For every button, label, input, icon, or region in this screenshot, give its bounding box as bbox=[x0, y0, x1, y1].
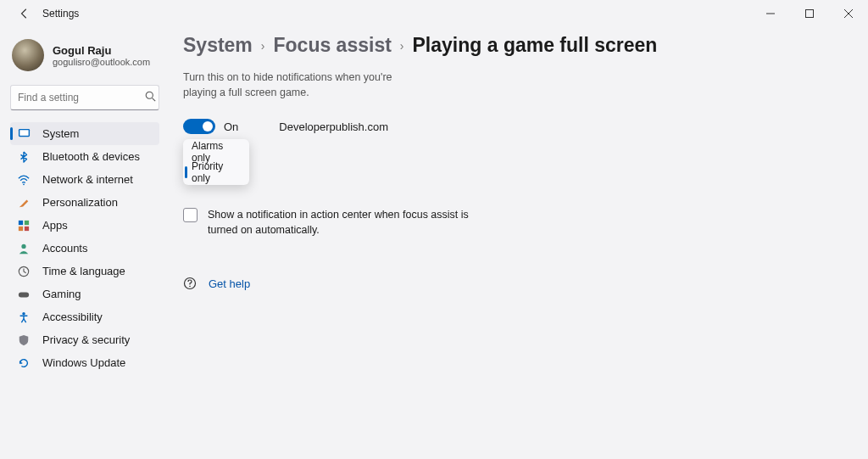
profile-block[interactable]: Gogul Raju gogulisro@outlook.com bbox=[0, 31, 170, 85]
minimize-button[interactable] bbox=[751, 0, 790, 27]
gaming-icon bbox=[17, 288, 31, 301]
toggle-state-label: On bbox=[224, 120, 238, 133]
search-box[interactable] bbox=[10, 85, 159, 110]
search-icon bbox=[145, 90, 156, 105]
window-controls bbox=[751, 0, 868, 27]
apps-icon bbox=[17, 219, 31, 232]
chevron-right-icon: › bbox=[400, 39, 404, 53]
nav-item-accounts[interactable]: Accounts bbox=[10, 237, 159, 260]
chevron-right-icon: › bbox=[261, 39, 265, 53]
nav-item-network[interactable]: Network & internet bbox=[10, 168, 159, 191]
time-language-icon bbox=[17, 265, 31, 278]
network-icon bbox=[17, 173, 31, 187]
profile-text: Gogul Raju gogulisro@outlook.com bbox=[53, 44, 150, 67]
arrow-left-icon bbox=[19, 8, 31, 20]
nav-item-system[interactable]: System bbox=[10, 122, 159, 145]
minimize-icon bbox=[766, 9, 775, 18]
nav-list: System Bluetooth & devices Network & int… bbox=[0, 120, 170, 376]
nav-label: Bluetooth & devices bbox=[42, 150, 140, 163]
svg-rect-11 bbox=[19, 292, 29, 297]
bluetooth-icon bbox=[17, 150, 31, 164]
toggle-knob bbox=[203, 121, 213, 132]
nav-label: Gaming bbox=[42, 288, 81, 300]
svg-rect-6 bbox=[25, 220, 29, 224]
close-icon bbox=[844, 9, 853, 18]
breadcrumbs: System › Focus assist › Playing a game f… bbox=[183, 34, 848, 57]
svg-point-12 bbox=[22, 311, 25, 315]
privacy-icon bbox=[17, 333, 31, 347]
profile-email: gogulisro@outlook.com bbox=[53, 57, 150, 67]
nav-label: Apps bbox=[42, 219, 68, 232]
nav-item-accessibility[interactable]: Accessibility bbox=[10, 305, 159, 328]
checkbox-label: Show a notification in action center whe… bbox=[208, 207, 471, 238]
sidebar: Gogul Raju gogulisro@outlook.com System … bbox=[0, 27, 170, 376]
nav-item-gaming[interactable]: Gaming bbox=[10, 283, 159, 305]
search-input[interactable] bbox=[18, 92, 145, 104]
notification-checkbox[interactable] bbox=[183, 208, 198, 222]
nav-item-bluetooth[interactable]: Bluetooth & devices bbox=[10, 145, 159, 168]
svg-rect-3 bbox=[19, 130, 28, 136]
breadcrumb-current: Playing a game full screen bbox=[413, 34, 658, 57]
checkbox-row: Show a notification in action center whe… bbox=[183, 207, 471, 238]
system-icon bbox=[17, 127, 31, 141]
help-row: Get help bbox=[183, 277, 848, 290]
accounts-icon bbox=[17, 242, 31, 255]
window-title: Settings bbox=[42, 8, 79, 20]
dropdown-item-priority-only[interactable]: Priority only bbox=[183, 162, 249, 182]
svg-rect-8 bbox=[25, 226, 29, 230]
svg-rect-7 bbox=[19, 226, 23, 230]
nav-label: Network & internet bbox=[42, 173, 133, 186]
windows-update-icon bbox=[17, 356, 31, 370]
page-description: Turn this on to hide notifications when … bbox=[183, 70, 420, 100]
nav-label: Privacy & security bbox=[42, 333, 130, 346]
breadcrumb-focus-assist[interactable]: Focus assist bbox=[274, 34, 392, 57]
personalization-icon bbox=[17, 196, 31, 210]
nav-label: System bbox=[42, 127, 79, 140]
svg-rect-5 bbox=[19, 220, 23, 224]
nav-item-apps[interactable]: Apps bbox=[10, 214, 159, 237]
svg-point-1 bbox=[146, 92, 153, 98]
dropdown-item-alarms-only[interactable]: Alarms only bbox=[183, 142, 249, 162]
nav-label: Accounts bbox=[42, 242, 87, 255]
focus-level-dropdown: Alarms only Priority only bbox=[183, 139, 249, 185]
nav-item-time-language[interactable]: Time & language bbox=[10, 260, 159, 283]
svg-point-4 bbox=[23, 183, 25, 185]
toggle-row: On Developerpublish.com bbox=[183, 119, 848, 134]
svg-point-14 bbox=[189, 286, 191, 288]
breadcrumb-system[interactable]: System bbox=[183, 34, 253, 57]
nav-item-windows-update[interactable]: Windows Update bbox=[10, 351, 159, 374]
back-button[interactable] bbox=[12, 1, 37, 26]
nav-label: Time & language bbox=[42, 265, 125, 277]
avatar bbox=[12, 39, 44, 71]
svg-rect-0 bbox=[806, 10, 814, 18]
maximize-icon bbox=[805, 9, 814, 18]
get-help-link[interactable]: Get help bbox=[209, 277, 250, 290]
main-content: System › Focus assist › Playing a game f… bbox=[183, 34, 868, 290]
titlebar: Settings bbox=[0, 0, 868, 27]
maximize-button[interactable] bbox=[790, 0, 829, 27]
profile-name: Gogul Raju bbox=[53, 44, 150, 57]
close-button[interactable] bbox=[829, 0, 868, 27]
watermark-text: Developerpublish.com bbox=[279, 120, 388, 133]
help-icon bbox=[183, 277, 197, 290]
nav-label: Accessibility bbox=[42, 311, 103, 323]
nav-item-personalization[interactable]: Personalization bbox=[10, 191, 159, 214]
svg-point-9 bbox=[21, 243, 25, 248]
nav-label: Windows Update bbox=[42, 356, 125, 369]
toggle-switch[interactable] bbox=[183, 119, 215, 134]
nav-label: Personalization bbox=[42, 196, 118, 209]
nav-item-privacy[interactable]: Privacy & security bbox=[10, 328, 159, 351]
accessibility-icon bbox=[17, 311, 31, 324]
